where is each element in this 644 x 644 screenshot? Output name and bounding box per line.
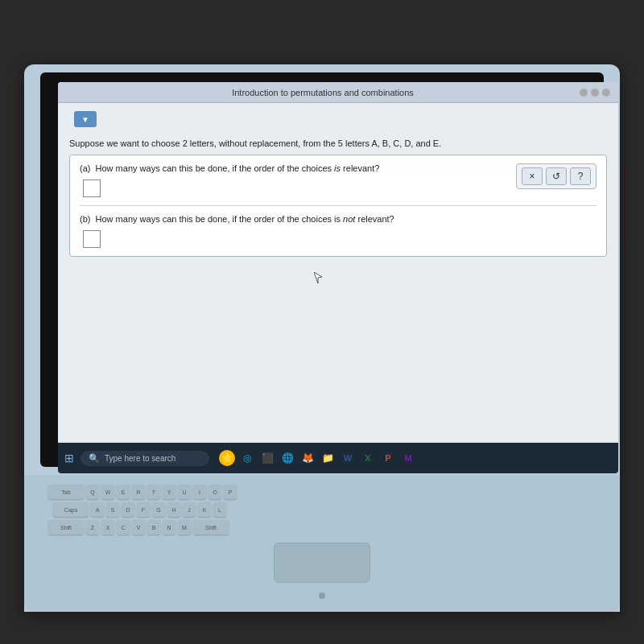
key-l[interactable]: L	[213, 502, 226, 517]
keyboard-top-row: Tab Q W E R T Y U I O P	[24, 475, 620, 502]
key-z[interactable]: Z	[86, 520, 99, 535]
part-a-answer-input[interactable]	[83, 180, 101, 197]
key-shift-r[interactable]: Shift	[193, 520, 229, 535]
taskbar-icon-2[interactable]: ◎	[239, 450, 255, 466]
taskbar-icon-word[interactable]: W	[340, 450, 356, 466]
taskbar-icon-5[interactable]: 📁	[320, 450, 336, 466]
key-caps[interactable]: Caps	[53, 502, 89, 517]
reset-action-button[interactable]: ↺	[546, 167, 567, 185]
key-h[interactable]: H	[167, 502, 180, 517]
taskbar-icon-3[interactable]: ⬛	[259, 450, 275, 466]
help-icon: ?	[578, 171, 584, 182]
question-box: (a) How many ways can this be done, if t…	[69, 155, 607, 257]
screen-bezel: Introduction to permutations and combina…	[40, 72, 604, 467]
taskbar-icon-edge[interactable]: 🌐	[279, 450, 295, 466]
close-icon: ×	[529, 171, 535, 182]
window-controls	[580, 89, 610, 97]
part-a: (a) How many ways can this be done, if t…	[80, 163, 508, 197]
divider	[80, 205, 597, 206]
taskbar-icons: 🌟 ◎ ⬛ 🌐 🦊 📁 W X P M	[219, 450, 416, 466]
trackpad-dot	[319, 592, 325, 599]
chevron-down-icon: ▼	[81, 115, 89, 124]
search-icon: 🔍	[89, 453, 100, 464]
part-a-label: (a) How many ways can this be done, if t…	[80, 163, 508, 173]
taskbar: ⊞ 🔍 Type here to search 🌟 ◎ ⬛ 🌐 🦊 📁 W X	[58, 443, 618, 473]
taskbar-icon-m[interactable]: M	[400, 450, 416, 466]
key-q[interactable]: Q	[86, 485, 99, 499]
part-b: (b) How many ways can this be done, if t…	[80, 214, 597, 248]
dropdown-button[interactable]: ▼	[74, 111, 97, 127]
key-i[interactable]: I	[193, 485, 206, 499]
taskbar-icon-1[interactable]: 🌟	[219, 450, 235, 466]
key-f[interactable]: F	[137, 502, 150, 517]
taskbar-icon-ppt[interactable]: P	[380, 450, 396, 466]
dropdown-area: ▼	[58, 103, 618, 135]
key-t[interactable]: T	[147, 485, 160, 499]
part-a-row: (a) How many ways can this be done, if t…	[80, 163, 597, 197]
laptop-shell: Introduction to permutations and combina…	[24, 64, 620, 612]
key-a[interactable]: A	[91, 502, 104, 517]
keyboard-bottom-row: Shift Z X C V B N M Shift	[24, 520, 620, 538]
part-b-label: (b) How many ways can this be done, if t…	[80, 214, 597, 224]
key-c[interactable]: C	[117, 520, 130, 535]
key-d[interactable]: D	[122, 502, 134, 517]
reset-icon: ↺	[552, 171, 560, 182]
taskbar-icon-4[interactable]: 🦊	[299, 450, 316, 466]
help-action-button[interactable]: ?	[570, 167, 591, 185]
minimize-btn[interactable]	[580, 89, 588, 97]
screen-content: Introduction to permutations and combina…	[58, 82, 618, 473]
key-tab[interactable]: Tab	[48, 485, 84, 499]
key-m[interactable]: M	[178, 520, 191, 535]
taskbar-search-bar[interactable]: 🔍 Type here to search	[80, 451, 209, 466]
part-b-answer-input[interactable]	[83, 230, 101, 248]
windows-icon[interactable]: ⊞	[64, 452, 74, 464]
key-w[interactable]: W	[101, 485, 114, 499]
key-s[interactable]: S	[106, 502, 119, 517]
part-a-prefix: (a) How many ways can this be done, if t…	[80, 163, 379, 173]
key-o[interactable]: O	[208, 485, 221, 499]
key-p[interactable]: P	[224, 485, 237, 499]
key-n[interactable]: N	[163, 520, 175, 535]
keyboard-area: Tab Q W E R T Y U I O P Caps A S D F G H…	[24, 475, 620, 612]
title-bar: Introduction to permutations and combina…	[58, 82, 618, 103]
action-buttons: × ↺ ?	[516, 163, 597, 189]
key-x[interactable]: X	[101, 520, 114, 535]
title-bar-text: Introduction to permutations and combina…	[66, 88, 580, 97]
keyboard-home-row: Caps A S D F G H J K L	[24, 502, 620, 520]
key-g[interactable]: G	[152, 502, 165, 517]
problem-intro-text: Suppose we want to choose 2 letters, wit…	[58, 135, 618, 155]
key-k[interactable]: K	[198, 502, 211, 517]
trackpad[interactable]	[274, 543, 370, 583]
taskbar-search-text: Type here to search	[105, 454, 175, 463]
part-b-text: (b) How many ways can this be done, if t…	[80, 214, 394, 224]
key-e[interactable]: E	[117, 485, 130, 499]
key-y[interactable]: Y	[163, 485, 175, 499]
key-j[interactable]: J	[183, 502, 196, 517]
close-action-button[interactable]: ×	[522, 167, 543, 185]
key-r[interactable]: R	[132, 485, 145, 499]
key-b[interactable]: B	[147, 520, 160, 535]
maximize-btn[interactable]	[591, 89, 599, 97]
key-shift-l[interactable]: Shift	[48, 520, 84, 535]
close-btn[interactable]	[602, 89, 610, 97]
key-u[interactable]: U	[178, 485, 191, 499]
key-v[interactable]: V	[132, 520, 145, 535]
taskbar-icon-excel[interactable]: X	[360, 450, 376, 466]
